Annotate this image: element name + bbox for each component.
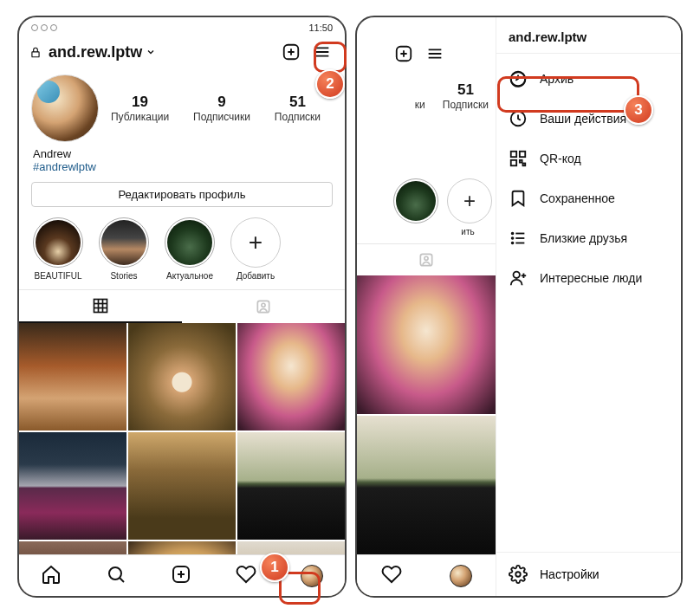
svg-rect-7 <box>94 300 107 313</box>
grid-icon <box>92 297 109 314</box>
hamburger-button[interactable] <box>423 42 447 66</box>
nav-home[interactable] <box>41 564 62 588</box>
nav-create[interactable] <box>171 564 191 588</box>
stat-following[interactable]: 51 Подписки <box>443 81 489 111</box>
highlight-add[interactable]: + Добавить <box>229 217 282 281</box>
menu-activity[interactable]: Ваши действия <box>496 99 681 139</box>
nav-profile[interactable] <box>450 565 472 587</box>
stats-row: 19 Публикации 9 Подписчики 51 Подписки <box>99 94 333 123</box>
menu-discover[interactable]: Интересные люди <box>496 258 681 298</box>
highlights-row: BEAUTIFUL Stories Актуальное + Добавить <box>19 217 345 289</box>
highlight-label: Добавить <box>229 271 282 281</box>
menu-label: Настройки <box>540 567 600 581</box>
post-thumb[interactable] <box>357 275 496 414</box>
stat-label-partial: ки <box>415 99 425 111</box>
stat-posts-num: 19 <box>111 94 169 111</box>
profile-tabs <box>19 289 345 323</box>
svg-point-13 <box>262 303 265 307</box>
post-thumb[interactable] <box>19 323 126 430</box>
avatar-icon <box>301 565 323 587</box>
menu-username: and.rew.lptw <box>496 17 681 54</box>
edit-profile-button[interactable]: Редактировать профиль <box>31 182 333 207</box>
menu-label: Ваши действия <box>540 112 626 126</box>
svg-rect-29 <box>511 152 516 157</box>
stat-followers-num: 9 <box>193 94 250 111</box>
svg-rect-30 <box>520 152 525 157</box>
person-plus-icon <box>509 269 528 288</box>
highlight-actual[interactable]: Актуальное <box>163 217 217 281</box>
tagged-icon <box>418 251 435 269</box>
bio-name: Andrew <box>33 147 331 160</box>
svg-point-14 <box>109 567 121 579</box>
tab-tagged[interactable] <box>182 290 345 323</box>
highlight-partial[interactable] <box>393 178 435 236</box>
tab-tagged[interactable] <box>357 244 496 275</box>
heart-icon <box>381 564 402 585</box>
bio-hashtag[interactable]: #andrewlptw <box>33 160 331 173</box>
post-thumb[interactable] <box>237 323 345 430</box>
svg-point-43 <box>515 572 521 577</box>
stat-followers-partial: ки <box>415 81 425 111</box>
avatar-icon <box>450 565 472 587</box>
nav-search[interactable] <box>106 564 126 588</box>
menu-label: Близкие друзья <box>540 231 627 245</box>
bookmark-icon <box>509 189 528 208</box>
svg-point-37 <box>512 233 514 235</box>
highlight-add-partial[interactable]: + ить <box>447 178 489 236</box>
post-thumb[interactable] <box>128 432 236 540</box>
svg-rect-33 <box>523 164 526 166</box>
nav-activity[interactable] <box>381 564 402 588</box>
menu-qr[interactable]: QR-код <box>496 139 681 178</box>
list-icon <box>509 229 528 248</box>
create-button[interactable] <box>392 42 416 66</box>
phone-left: 11:50 and.rew.lptw 19 Публикации 9 Подпи… <box>17 16 347 598</box>
plus-square-icon <box>394 44 413 63</box>
profile-summary: 19 Публикации 9 Подписчики 51 Подписки <box>19 71 345 146</box>
status-time: 11:50 <box>308 23 333 33</box>
svg-point-26 <box>425 256 428 260</box>
highlight-beautiful[interactable]: BEAUTIFUL <box>31 217 85 281</box>
bottom-nav <box>19 554 345 596</box>
stat-num: 51 <box>443 81 489 99</box>
archive-icon <box>509 69 528 88</box>
search-icon <box>106 564 126 585</box>
post-thumb[interactable] <box>128 323 236 430</box>
qr-icon <box>509 149 528 168</box>
profile-header: and.rew.lptw <box>19 35 345 71</box>
menu-settings[interactable]: Настройки <box>496 552 681 596</box>
post-thumb[interactable] <box>19 432 126 540</box>
highlight-label: Stories <box>97 271 151 281</box>
profile-avatar[interactable] <box>31 74 99 142</box>
svg-point-40 <box>514 272 520 278</box>
username-dropdown[interactable]: and.rew.lptw <box>49 43 156 62</box>
highlight-stories[interactable]: Stories <box>97 217 151 281</box>
post-thumb[interactable] <box>237 432 345 540</box>
menu-label: Сохраненное <box>540 191 615 205</box>
chevron-down-icon <box>146 47 156 57</box>
highlight-label: Актуальное <box>163 271 217 281</box>
badge-1: 1 <box>260 553 289 582</box>
svg-point-38 <box>512 237 514 239</box>
background-profile: ки 51 Подписки + ить <box>357 17 496 596</box>
stat-following-num: 51 <box>275 94 321 111</box>
username-text: and.rew.lptw <box>49 43 142 62</box>
post-thumb[interactable] <box>357 416 496 554</box>
badge-2: 2 <box>315 69 345 99</box>
menu-saved[interactable]: Сохраненное <box>496 178 681 218</box>
menu-close-friends[interactable]: Близкие друзья <box>496 218 681 258</box>
stat-following[interactable]: 51 Подписки <box>275 94 321 123</box>
stat-followers[interactable]: 9 Подписчики <box>193 94 250 123</box>
nav-profile[interactable] <box>301 565 323 587</box>
lock-icon <box>29 46 42 59</box>
plus-icon: + <box>230 217 281 268</box>
tab-grid[interactable] <box>19 290 182 323</box>
menu-archive[interactable]: Архив <box>496 59 681 99</box>
stat-posts[interactable]: 19 Публикации <box>111 94 169 123</box>
hamburger-button[interactable] <box>310 40 334 64</box>
highlight-label: BEAUTIFUL <box>31 271 85 281</box>
svg-rect-0 <box>32 51 39 56</box>
nav-activity[interactable] <box>236 564 256 588</box>
plus-square-icon <box>282 42 301 62</box>
create-button[interactable] <box>279 40 303 64</box>
svg-point-39 <box>512 243 514 244</box>
